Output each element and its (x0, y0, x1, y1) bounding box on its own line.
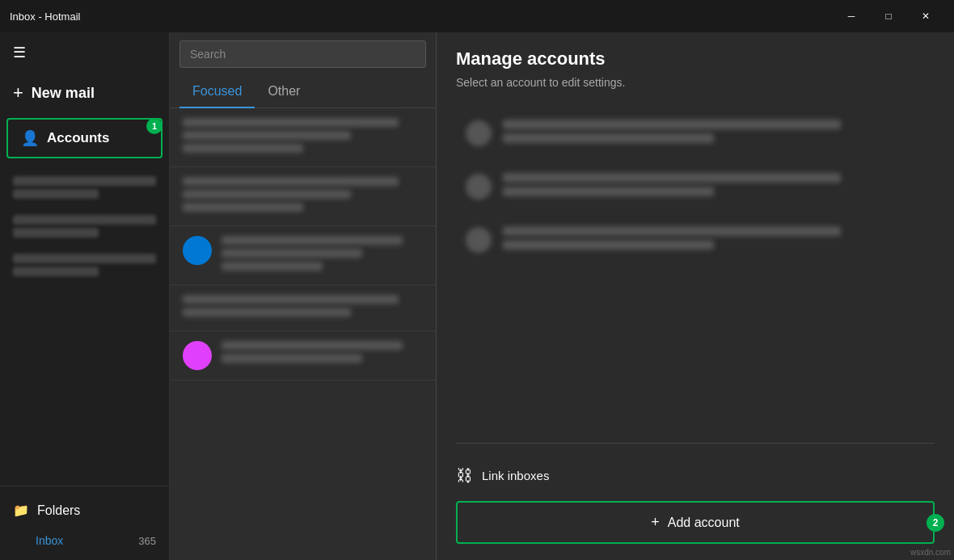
maximize-button[interactable]: □ (870, 0, 907, 32)
search-input[interactable] (179, 40, 426, 68)
manage-title: Manage accounts (456, 48, 935, 69)
accounts-badge: 1 (146, 118, 163, 134)
account-avatar (466, 227, 492, 253)
account-list (456, 108, 935, 443)
watermark: wsxdn.com (910, 548, 951, 557)
account-item[interactable] (456, 162, 935, 212)
table-row[interactable] (170, 167, 436, 226)
link-inboxes-button[interactable]: ⛓ Link inboxes (456, 457, 935, 495)
inbox-count: 365 (138, 535, 156, 547)
folders-button[interactable]: 📁 Folders (0, 493, 169, 528)
list-item[interactable] (0, 247, 169, 286)
search-bar (170, 32, 436, 76)
table-row[interactable] (170, 285, 436, 331)
inbox-item[interactable]: Inbox 365 (0, 528, 169, 554)
person-icon: 👤 (21, 129, 39, 147)
link-icon: ⛓ (456, 466, 472, 485)
table-row[interactable] (170, 226, 436, 285)
add-account-badge: 2 (927, 514, 944, 532)
email-list-panel: Focused Other (170, 32, 437, 560)
sidebar: ☰ + New mail 👤 Accounts 1 (0, 32, 170, 560)
account-avatar (466, 174, 492, 200)
manage-panel: Manage accounts Select an account to edi… (437, 32, 954, 560)
sidebar-bottom: 📁 Folders Inbox 365 (0, 486, 169, 560)
minimize-button[interactable]: ─ (833, 0, 870, 32)
hamburger-button[interactable]: ☰ (10, 40, 29, 65)
add-account-label: Add account (668, 516, 740, 530)
email-list-sidebar (0, 163, 169, 486)
tab-bar: Focused Other (170, 76, 436, 108)
list-item[interactable] (0, 208, 169, 247)
main-layout: ☰ + New mail 👤 Accounts 1 (0, 32, 954, 560)
email-items (170, 108, 436, 560)
list-item[interactable] (0, 170, 169, 208)
table-row[interactable] (170, 331, 436, 381)
accounts-label: Accounts (47, 130, 109, 146)
folder-icon: 📁 (13, 503, 29, 518)
sidebar-top: ☰ (0, 32, 169, 73)
manage-subtitle: Select an account to edit settings. (456, 76, 935, 89)
add-icon: + (651, 514, 660, 531)
window-title: Inbox - Hotmail (10, 11, 80, 23)
tab-focused[interactable]: Focused (179, 76, 255, 108)
new-mail-button[interactable]: + New mail (0, 73, 169, 113)
account-item[interactable] (456, 108, 935, 158)
inbox-label: Inbox (36, 534, 63, 547)
titlebar: Inbox - Hotmail ─ □ ✕ (0, 0, 954, 32)
plus-icon: + (13, 82, 23, 103)
close-button[interactable]: ✕ (907, 0, 944, 32)
folders-label: Folders (37, 503, 80, 518)
avatar (183, 341, 212, 370)
account-avatar (466, 120, 492, 146)
avatar (183, 236, 212, 265)
account-item[interactable] (456, 215, 935, 265)
add-account-button[interactable]: + Add account (456, 501, 935, 544)
new-mail-label: New mail (32, 85, 95, 102)
link-inboxes-label: Link inboxes (482, 469, 549, 482)
accounts-button[interactable]: 👤 Accounts 1 (6, 118, 163, 158)
tab-other[interactable]: Other (255, 76, 313, 108)
panel-bottom: ⛓ Link inboxes + Add account 2 (456, 443, 935, 544)
window-controls: ─ □ ✕ (833, 0, 944, 32)
table-row[interactable] (170, 108, 436, 167)
